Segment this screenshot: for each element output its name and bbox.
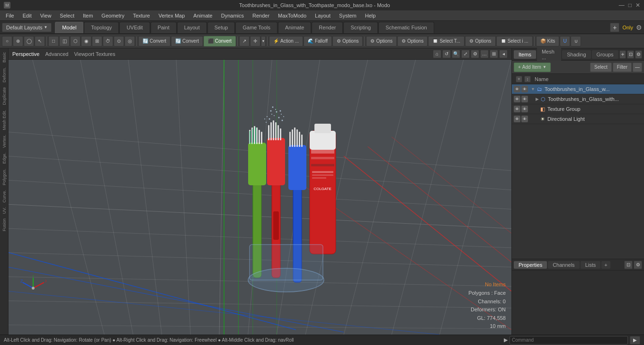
kits-btn[interactable]: 📦 Kits: [536, 36, 560, 46]
items-sort-btn[interactable]: ↕: [524, 76, 531, 82]
maximize-button[interactable]: □: [628, 2, 632, 9]
tab-render[interactable]: Render: [312, 22, 343, 33]
vp-rotate-btn[interactable]: ↺: [442, 50, 451, 58]
items-panel-collapse[interactable]: ⊡: [627, 50, 634, 59]
vp-home-btn[interactable]: ⌂: [433, 50, 441, 58]
items-panel-add-btn[interactable]: +: [619, 50, 626, 59]
tab-scripting[interactable]: Scripting: [343, 22, 378, 33]
item-eye-icon-4b[interactable]: 👁: [521, 116, 528, 122]
close-button[interactable]: ✕: [635, 2, 640, 9]
menu-item-edit[interactable]: Edit: [19, 12, 36, 19]
options-btn-3[interactable]: ⚙ Options: [397, 36, 428, 46]
toolbar-icon-move[interactable]: ✛: [250, 36, 260, 46]
sidebar-item-curve-[interactable]: Curve.: [1, 188, 8, 205]
select-button[interactable]: Select: [590, 63, 612, 72]
items-more-btn[interactable]: —: [633, 63, 642, 72]
convert-btn-1[interactable]: 🔄 Convert: [138, 36, 170, 46]
layouts-dropdown[interactable]: Default Layouts ▼: [2, 23, 52, 32]
sidebar-item-duplicate[interactable]: Duplicate: [1, 85, 8, 107]
toolbar-icon-btn-11[interactable]: ⊙: [114, 36, 124, 46]
menu-item-texture[interactable]: Texture: [129, 12, 154, 19]
items-panel-settings[interactable]: ⚙: [635, 50, 642, 59]
tab-uvedit[interactable]: UVEdit: [119, 22, 150, 33]
tab-paint[interactable]: Paint: [151, 22, 177, 33]
sidebar-item-edge-[interactable]: Edge.: [1, 151, 8, 166]
viewport-tab-textures[interactable]: Viewport Textures: [74, 51, 115, 57]
add-item-button[interactable]: + Add Item ▼: [514, 63, 551, 72]
viewport-tab-advanced[interactable]: Advanced: [45, 51, 68, 57]
expand-arrow-1[interactable]: ▼: [531, 87, 535, 91]
prop-tab-add[interactable]: +: [601, 261, 610, 269]
item-eye-icon-1b[interactable]: 👁: [521, 86, 528, 92]
table-row[interactable]: 👁 👁 ◧ Texture Group: [512, 104, 644, 114]
toolbar-icon-btn-3[interactable]: ◯: [24, 36, 34, 46]
tab-topology[interactable]: Topology: [84, 22, 119, 33]
items-tab-items[interactable]: Items: [514, 50, 536, 59]
convert-btn-2[interactable]: 🔄 Convert: [171, 36, 203, 46]
menu-item-vertex-map[interactable]: Vertex Map: [155, 12, 189, 19]
toolbar-icon-btn-9[interactable]: ⊞: [92, 36, 102, 46]
minimize-button[interactable]: —: [619, 2, 625, 9]
action-btn[interactable]: ⚡ Action ...: [269, 36, 303, 46]
prop-tab-properties[interactable]: Properties: [514, 261, 547, 269]
toolbar-icon-btn-4[interactable]: ↖: [35, 36, 45, 46]
menu-item-animate[interactable]: Animate: [189, 12, 216, 19]
vp-zoom-btn[interactable]: 🔍: [452, 50, 460, 58]
prop-tab-channels[interactable]: Channels: [548, 261, 579, 269]
items-tab-shading[interactable]: Shading: [562, 50, 590, 59]
settings-icon[interactable]: ⚙: [636, 24, 642, 31]
menu-item-help[interactable]: Help: [361, 12, 380, 19]
toolbar-icon-unreal[interactable]: ∪: [571, 36, 581, 46]
viewport[interactable]: Perspective Advanced Viewport Textures ⌂…: [9, 48, 511, 335]
item-eye-icon-4[interactable]: 👁: [514, 116, 520, 122]
toolbar-icon-btn-2[interactable]: ⊕: [13, 36, 23, 46]
item-eye-icon-2[interactable]: 👁: [514, 96, 520, 102]
menu-item-maxtomodo[interactable]: MaxToModo: [274, 12, 310, 19]
vp-collapse-btn[interactable]: ◂: [499, 50, 508, 58]
convert-btn-3[interactable]: ⬛ Convert: [204, 36, 236, 46]
sidebar-item-vertex-[interactable]: Vertex.: [1, 133, 8, 150]
tab-setup[interactable]: Setup: [207, 22, 235, 33]
toolbar-icon-btn-7[interactable]: ⬡: [70, 36, 80, 46]
falloff-btn[interactable]: 🌊 Falloff: [304, 36, 332, 46]
toolbar-icon-btn-8[interactable]: ◉: [81, 36, 91, 46]
add-tab-button[interactable]: +: [610, 23, 619, 32]
vp-settings-btn[interactable]: ⚙: [471, 50, 479, 58]
command-run-btn[interactable]: ▶: [630, 336, 640, 345]
table-row[interactable]: 👁 👁 ☀ Directional Light: [512, 114, 644, 124]
toolbar-icon-btn-6[interactable]: ◫: [59, 36, 70, 46]
tab-layout[interactable]: Layout: [177, 22, 207, 33]
menu-item-render[interactable]: Render: [249, 12, 273, 19]
options-btn-2[interactable]: ⚙ Options: [366, 36, 396, 46]
prop-tab-lists[interactable]: Lists: [581, 261, 601, 269]
tab-game-tools[interactable]: Game Tools: [235, 22, 277, 33]
tab-schematic-fusion[interactable]: Schematic Fusion: [378, 22, 434, 33]
menu-item-view[interactable]: View: [36, 12, 55, 19]
options-btn-1[interactable]: ⚙ Options: [332, 36, 363, 46]
table-row[interactable]: 👁 👁 ▶ ⬡ Toothbrushes_in_Glass_with...: [512, 94, 644, 104]
select-i-btn[interactable]: 🔲 Select i ...: [496, 36, 533, 46]
toolbar-icon-btn-10[interactable]: ⏱: [103, 36, 113, 46]
options-btn-4[interactable]: ⚙ Options: [465, 36, 495, 46]
toolbar-icon-btn-1[interactable]: ○: [2, 36, 12, 46]
toolbar-icon-select[interactable]: ↗: [239, 36, 250, 46]
command-input[interactable]: [510, 336, 628, 345]
vp-more-btn[interactable]: …: [480, 50, 489, 58]
sidebar-item-fusion[interactable]: Fusion: [1, 217, 8, 233]
tab-animate[interactable]: Animate: [278, 22, 311, 33]
items-add-col-btn[interactable]: +: [516, 76, 522, 82]
menu-item-file[interactable]: File: [2, 12, 18, 19]
toolbar-icon-btn-5[interactable]: □: [48, 36, 59, 46]
item-eye-icon-2b[interactable]: 👁: [521, 96, 528, 102]
sidebar-item-polygon-[interactable]: Polygon.: [1, 167, 8, 187]
table-row[interactable]: 👁 👁 ▼ 🗂 Toothbrushes_in_Glass_w...: [512, 84, 644, 94]
sidebar-item-mesh-edit-[interactable]: Mesh Edit.: [1, 108, 8, 132]
filter-button[interactable]: Filter: [613, 63, 632, 72]
expand-arrow-2[interactable]: ▶: [536, 97, 539, 101]
menu-item-dynamics[interactable]: Dynamics: [217, 12, 248, 19]
vp-fit-btn[interactable]: ⤢: [461, 50, 470, 58]
viewport-tab-perspective[interactable]: Perspective: [12, 51, 39, 57]
menu-item-layout[interactable]: Layout: [311, 12, 334, 19]
items-tab-groups[interactable]: Groups: [592, 50, 618, 59]
menu-item-select[interactable]: Select: [56, 12, 78, 19]
